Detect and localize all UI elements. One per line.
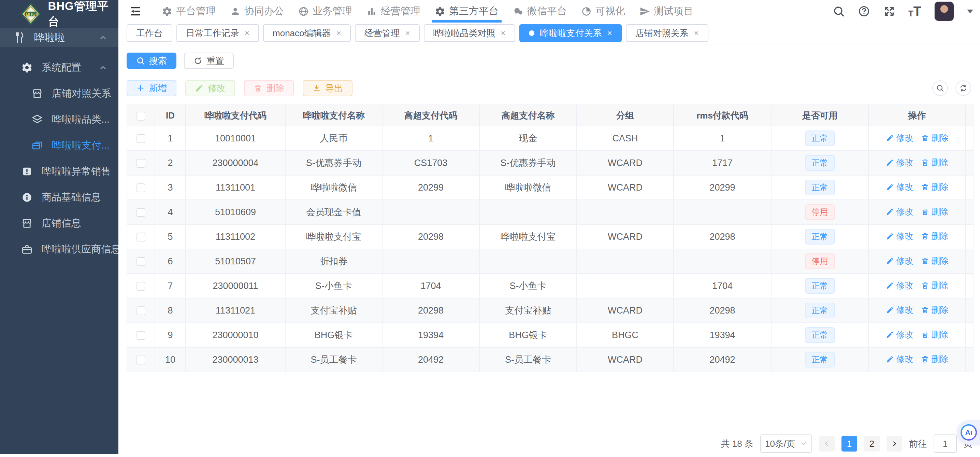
delete-link[interactable]: 删除: [921, 157, 948, 168]
nav-item-third-party[interactable]: 第三方平台: [428, 0, 506, 22]
delete-link[interactable]: 删除: [921, 181, 948, 193]
sidebar-item-hualala[interactable]: 哗啦啦: [0, 28, 118, 47]
delete-link[interactable]: 删除: [921, 353, 948, 365]
table-search-icon[interactable]: [932, 80, 948, 96]
tab-payment-mapping[interactable]: 哗啦啦支付关系×: [519, 24, 622, 42]
edit-link[interactable]: 修改: [886, 255, 913, 267]
delete-button[interactable]: 删除: [244, 80, 294, 96]
ai-assistant-button[interactable]: Ai: [957, 420, 980, 445]
row-checkbox[interactable]: [137, 159, 145, 168]
row-checkbox[interactable]: [137, 257, 145, 266]
utensils-icon: [14, 32, 25, 43]
table-tools: [932, 80, 971, 96]
tab-workbench[interactable]: 工作台: [127, 24, 172, 42]
goto-page-input[interactable]: [934, 435, 957, 453]
sidebar-item-payment-mapping[interactable]: 哗啦啦支付...: [0, 133, 118, 158]
caret-down-icon[interactable]: [967, 10, 973, 13]
sidebar-item-supplier-info[interactable]: 哗啦啦供应商信息: [0, 236, 118, 262]
pencil-icon: [195, 84, 204, 93]
edit-link[interactable]: 修改: [886, 206, 913, 217]
nav-item-wechat-platform[interactable]: 微信平台: [506, 0, 574, 22]
pencil-icon: [886, 208, 894, 216]
status-badge: 正常: [805, 131, 835, 147]
avatar[interactable]: [934, 2, 954, 21]
refresh-icon: [194, 56, 202, 65]
row-checkbox[interactable]: [137, 331, 145, 340]
sidebar-item-system-config[interactable]: 系统配置: [0, 54, 118, 81]
wechat-icon: [513, 6, 523, 17]
close-icon[interactable]: ×: [694, 29, 699, 37]
nav-item-business-mgmt[interactable]: 业务管理: [291, 0, 359, 22]
row-checkbox[interactable]: [137, 134, 145, 143]
delete-link[interactable]: 删除: [921, 329, 948, 340]
nav-item-platform-mgmt[interactable]: 平台管理: [154, 0, 223, 22]
delete-link[interactable]: 删除: [921, 206, 948, 217]
reset-button[interactable]: 重置: [184, 53, 234, 69]
user-icon: [230, 6, 240, 17]
row-checkbox[interactable]: [137, 184, 145, 192]
shop-icon: [32, 88, 43, 99]
close-icon[interactable]: ×: [608, 29, 612, 37]
row-checkbox[interactable]: [137, 306, 145, 315]
edit-link[interactable]: 修改: [886, 181, 913, 193]
edit-link[interactable]: 修改: [886, 157, 913, 168]
close-icon[interactable]: ×: [336, 29, 341, 37]
help-icon[interactable]: [858, 5, 870, 18]
edit-link[interactable]: 修改: [886, 230, 913, 242]
status-badge: 正常: [805, 303, 835, 319]
delete-link[interactable]: 删除: [921, 132, 948, 144]
tab-shop-mapping[interactable]: 店铺对照关系×: [626, 24, 708, 42]
edit-link[interactable]: 修改: [886, 353, 913, 365]
export-button[interactable]: 导出: [303, 80, 353, 96]
nav-item-operation-mgmt[interactable]: 经营管理: [359, 0, 428, 22]
edit-button[interactable]: 修改: [185, 80, 235, 96]
close-icon[interactable]: ×: [501, 29, 506, 37]
sidebar-item-abnormal-sales[interactable]: 哗啦啦异常销售: [0, 158, 118, 184]
delete-link[interactable]: 删除: [921, 255, 948, 267]
sidebar-item-category-mapping[interactable]: 哗啦啦品类...: [0, 107, 118, 133]
row-checkbox[interactable]: [137, 208, 145, 217]
edit-link[interactable]: 修改: [886, 280, 913, 291]
search-button[interactable]: 搜索: [127, 53, 177, 69]
tab-operation-mgmt[interactable]: 经营管理×: [355, 24, 420, 42]
edit-link[interactable]: 修改: [886, 329, 913, 340]
delete-link[interactable]: 删除: [921, 230, 948, 242]
row-checkbox[interactable]: [137, 356, 145, 364]
sidebar-item-label: 哗啦啦品类...: [52, 113, 110, 126]
font-size-icon[interactable]: TT: [908, 5, 921, 18]
delete-link[interactable]: 删除: [921, 304, 948, 316]
add-button[interactable]: 新增: [127, 80, 177, 96]
tab-monaco-editor[interactable]: monaco编辑器×: [263, 24, 351, 42]
next-page-button[interactable]: [886, 436, 902, 452]
delete-link[interactable]: 删除: [921, 280, 948, 291]
page-button-1[interactable]: 1: [842, 436, 857, 452]
row-checkbox[interactable]: [137, 282, 145, 291]
nav-item-label: 可视化: [595, 5, 625, 18]
status-badge: 正常: [805, 155, 835, 171]
edit-link[interactable]: 修改: [886, 132, 913, 144]
select-all-checkbox[interactable]: [137, 112, 145, 121]
tab-category-mapping[interactable]: 哗啦啦品类对照×: [424, 24, 515, 42]
edit-link[interactable]: 修改: [886, 304, 913, 316]
prev-page-button[interactable]: [819, 436, 835, 452]
page-size-select[interactable]: 10条/页: [760, 435, 812, 453]
sidebar-item-shop-mapping[interactable]: 店铺对照关系: [0, 81, 118, 107]
search-icon[interactable]: [833, 5, 845, 18]
page-button-2[interactable]: 2: [864, 436, 880, 452]
fullscreen-icon[interactable]: [883, 5, 896, 18]
nav-item-visualization[interactable]: 可视化: [574, 0, 632, 22]
tab-daily-work-log[interactable]: 日常工作记录×: [177, 24, 259, 42]
gear-icon: [435, 6, 445, 17]
sidebar-item-product-basic-info[interactable]: 商品基础信息: [0, 184, 118, 210]
collapse-sidebar-icon[interactable]: [125, 0, 146, 22]
status-badge: 停用: [805, 204, 835, 220]
close-icon[interactable]: ×: [245, 29, 250, 37]
nav-item-test-project[interactable]: 测试项目: [632, 0, 700, 22]
close-icon[interactable]: ×: [406, 29, 410, 37]
table-row: 1 10010001 人民币 1 现金 CASH 1 正常 修改删除: [127, 126, 973, 151]
nav-item-collab-office[interactable]: 协同办公: [223, 0, 291, 22]
table-refresh-icon[interactable]: [955, 80, 971, 96]
sidebar-item-shop-info[interactable]: 店铺信息: [0, 210, 118, 236]
row-checkbox[interactable]: [137, 233, 145, 241]
card-icon: [32, 140, 43, 151]
